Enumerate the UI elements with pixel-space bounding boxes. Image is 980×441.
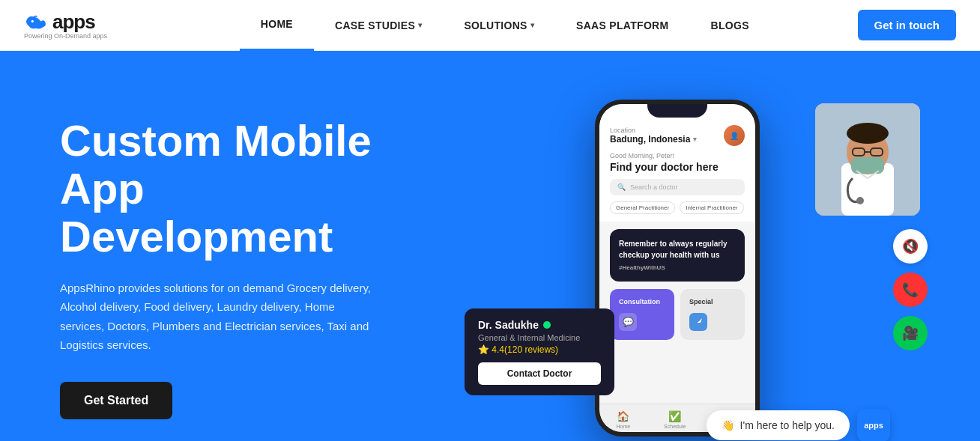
phone-header: Location Badung, Indonesia ▾ 👤 Good Morn… [599, 104, 755, 222]
video-button[interactable]: 🎥 [893, 316, 928, 350]
end-call-button[interactable]: 📞 [893, 273, 928, 307]
search-icon: 🔍 [617, 183, 626, 191]
svg-point-4 [847, 123, 889, 144]
doctor-photo [815, 103, 920, 216]
phone-body: Remember to always regularly checkup you… [599, 222, 755, 404]
schedule-icon: ✅ [668, 410, 681, 422]
navbar: apps Powering On-Demand apps HOME CASE S… [0, 0, 980, 51]
rhino-icon [24, 14, 48, 31]
phone-banner: Remember to always regularly checkup you… [610, 229, 745, 282]
logo[interactable]: apps Powering On-Demand apps [24, 10, 107, 40]
call-actions: 🔇 📞 🎥 [893, 229, 928, 350]
chat-bubble: 👋 I'm here to help you. [707, 410, 850, 440]
svg-point-0 [31, 19, 34, 22]
contact-doctor-button[interactable]: Contact Doctor [478, 362, 601, 385]
user-avatar: 👤 [724, 125, 745, 146]
chevron-down-icon: ▾ [418, 21, 422, 29]
service-label-special: Special [689, 298, 736, 305]
doctor-image-panel [815, 103, 920, 216]
hero-visual: Dr. Sadukhe General & Internal Medicine … [420, 81, 935, 441]
logo-tagline: Powering On-Demand apps [24, 32, 107, 40]
phone-location-label: Location [610, 127, 697, 134]
nav-item-blogs[interactable]: BLOGS [689, 0, 769, 51]
logo-text: apps [52, 10, 95, 34]
verified-icon [543, 321, 551, 329]
phone-notch [647, 104, 707, 118]
hero-content: Custom Mobile App Development AppsRhino … [60, 117, 420, 419]
doctor-name: Dr. Sadukhe [478, 319, 601, 331]
doctor-rating: ⭐ 4.4(120 reviews) [478, 344, 601, 355]
doctor-card: Dr. Sadukhe General & Internal Medicine … [465, 308, 614, 395]
chat-avatar[interactable]: apps [857, 409, 890, 441]
service-card-special[interactable]: Special [680, 289, 745, 340]
chat-logo: apps [864, 421, 883, 430]
special-icon [689, 313, 707, 331]
doctor-illustration [815, 103, 920, 216]
consultation-icon: 💬 [619, 313, 637, 331]
phone-greeting: Good Morning, Peter! [610, 152, 745, 159]
category-general[interactable]: General Practitioner [610, 201, 675, 214]
nav-item-home[interactable]: HOME [240, 0, 314, 51]
chevron-down-icon: ▾ [530, 21, 534, 29]
get-started-button[interactable]: Get Started [60, 382, 172, 419]
phone-location-value: Badung, Indonesia ▾ [610, 134, 697, 145]
hero-description: AppsRhino provides solutions for on dema… [60, 279, 375, 355]
mute-button[interactable]: 🔇 [893, 229, 928, 264]
phone-categories: General Practitioner Internal Practition… [610, 201, 745, 214]
hero-title: Custom Mobile App Development [60, 117, 420, 260]
category-internal[interactable]: Internal Practitioner [680, 201, 743, 214]
chat-emoji: 👋 [722, 419, 734, 431]
nav-item-solutions[interactable]: SOLUTIONS ▾ [443, 0, 555, 51]
phone-nav-home[interactable]: 🏠 Home [616, 410, 630, 429]
get-in-touch-button[interactable]: Get in touch [858, 10, 957, 40]
phone-services: Consultation 💬 Special [610, 289, 745, 340]
svg-point-9 [856, 197, 864, 204]
phone-find-title: Find your doctor here [610, 161, 745, 173]
hero-section: Custom Mobile App Development AppsRhino … [0, 51, 980, 441]
phone-banner-tag: #HealthyWithUS [619, 264, 736, 273]
phone-mockup: Location Badung, Indonesia ▾ 👤 Good Morn… [595, 100, 760, 437]
doctor-specialty: General & Internal Medicine [478, 333, 601, 342]
home-icon: 🏠 [617, 410, 629, 422]
chat-message: I'm here to help you. [740, 419, 835, 431]
nav-item-case-studies[interactable]: CASE STUDIES ▾ [314, 0, 443, 51]
nav-links: HOME CASE STUDIES ▾ SOLUTIONS ▾ SAAS PLA… [152, 0, 857, 51]
service-label-consultation: Consultation [619, 298, 665, 305]
service-card-consultation[interactable]: Consultation 💬 [610, 289, 674, 340]
phone-frame: Location Badung, Indonesia ▾ 👤 Good Morn… [595, 100, 760, 437]
nav-item-saas[interactable]: SAAS PLATFORM [555, 0, 689, 51]
phone-nav-schedule[interactable]: ✅ Schedule [664, 410, 686, 429]
phone-search-bar[interactable]: 🔍 Search a doctor [610, 179, 745, 195]
chat-widget[interactable]: 👋 I'm here to help you. apps [707, 409, 890, 441]
phone-screen: Location Badung, Indonesia ▾ 👤 Good Morn… [599, 104, 755, 432]
